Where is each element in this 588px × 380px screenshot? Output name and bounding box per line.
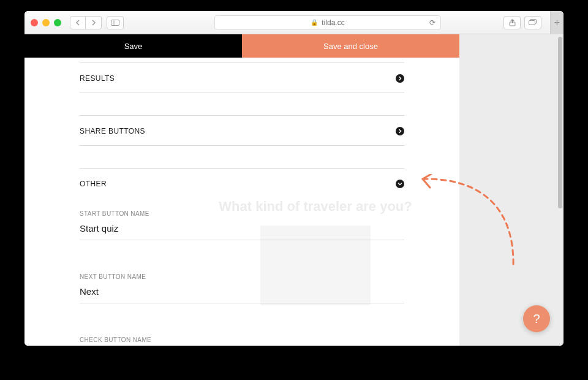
- reload-icon[interactable]: ⟳: [429, 18, 435, 27]
- maximize-window-icon[interactable]: [54, 19, 61, 26]
- section-results[interactable]: RESULTS: [80, 63, 404, 93]
- field-next-button: NEXT BUTTON NAME: [80, 273, 404, 303]
- editor-action-bar: Save Save and close: [24, 34, 459, 58]
- arrow-down-icon: [396, 180, 404, 188]
- section-share-label: SHARE BUTTONS: [80, 127, 145, 135]
- minimize-window-icon[interactable]: [42, 19, 50, 26]
- help-button[interactable]: ?: [523, 305, 550, 332]
- section-other[interactable]: OTHER: [80, 168, 404, 198]
- address-bar[interactable]: 🔒 tilda.cc ⟳: [214, 15, 441, 30]
- arrow-right-icon: [396, 74, 404, 83]
- save-close-button[interactable]: Save and close: [242, 34, 459, 58]
- forward-button[interactable]: [86, 16, 102, 29]
- section-other-label: OTHER: [80, 180, 107, 188]
- help-label: ?: [533, 312, 540, 326]
- lock-icon: 🔒: [311, 19, 318, 26]
- field-check-label: CHECK BUTTON NAME: [80, 336, 404, 343]
- field-check-button: CHECK BUTTON NAME: [80, 336, 404, 346]
- save-button[interactable]: Save: [24, 34, 242, 58]
- arrow-right-icon: [396, 127, 404, 135]
- browser-toolbar: 🔒 tilda.cc ⟳ +: [24, 11, 564, 34]
- save-label: Save: [124, 42, 143, 51]
- url-host: tilda.cc: [322, 18, 344, 27]
- close-window-icon[interactable]: [31, 19, 38, 26]
- window-controls: [31, 19, 61, 26]
- svg-rect-4: [529, 21, 535, 25]
- settings-panel: What kind of traveler are you? RESULTS S…: [24, 58, 459, 346]
- field-start-button: START BUTTON NAME: [80, 210, 404, 240]
- browser-window: 🔒 tilda.cc ⟳ + Save Save and close: [24, 11, 564, 346]
- scrollbar[interactable]: [558, 37, 562, 208]
- start-button-input[interactable]: [80, 223, 404, 240]
- section-results-label: RESULTS: [80, 74, 115, 83]
- new-tab-button[interactable]: +: [550, 11, 564, 34]
- next-button-input[interactable]: [80, 286, 404, 303]
- field-start-label: START BUTTON NAME: [80, 210, 404, 217]
- field-next-label: NEXT BUTTON NAME: [80, 273, 404, 280]
- svg-rect-0: [111, 20, 119, 25]
- sidebar-toggle-button[interactable]: [107, 16, 124, 29]
- tabs-button[interactable]: [524, 16, 541, 29]
- nav-buttons: [70, 16, 102, 29]
- save-close-label: Save and close: [323, 42, 378, 51]
- section-share-buttons[interactable]: SHARE BUTTONS: [80, 115, 404, 146]
- page-viewport: Save Save and close What kind of travele…: [24, 34, 564, 346]
- back-button[interactable]: [70, 16, 86, 29]
- share-button[interactable]: [503, 16, 521, 29]
